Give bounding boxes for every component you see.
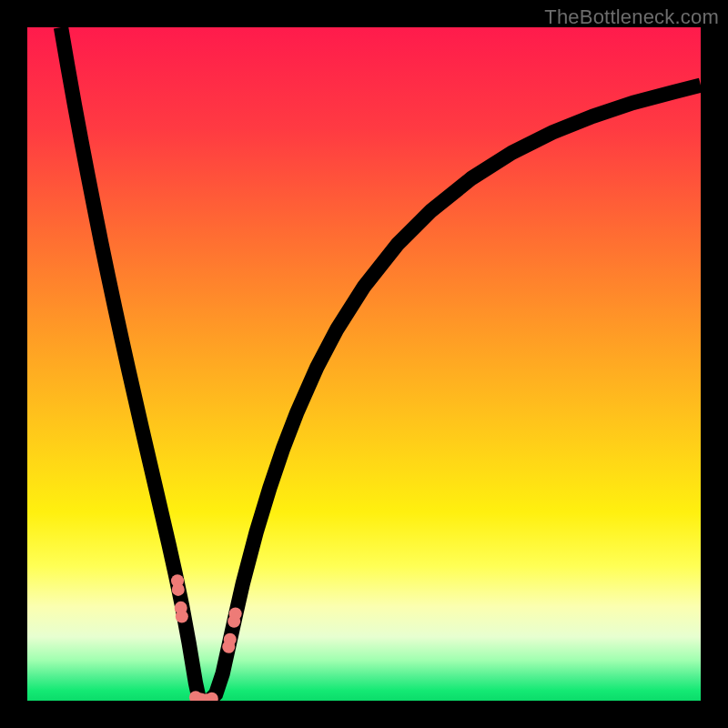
data-marker xyxy=(224,633,237,646)
outer-frame: TheBottleneck.com xyxy=(0,0,728,728)
plot-area xyxy=(27,27,701,701)
data-marker xyxy=(176,610,188,622)
data-marker xyxy=(229,608,242,621)
curve-path xyxy=(61,27,701,701)
bottleneck-curve xyxy=(27,27,701,701)
data-marker xyxy=(172,583,185,596)
watermark-text: TheBottleneck.com xyxy=(544,5,719,29)
